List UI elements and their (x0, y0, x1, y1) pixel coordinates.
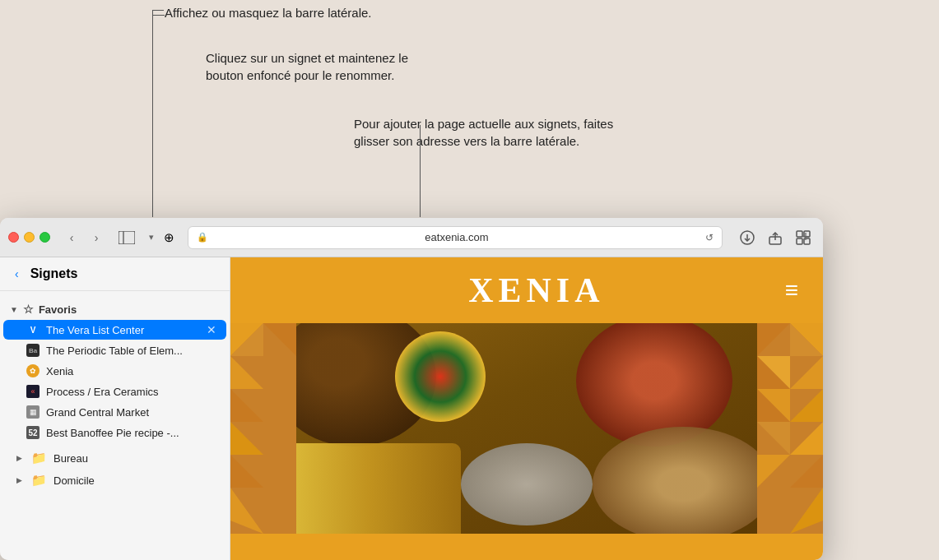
bookmark-item-vera-list[interactable]: V The Vera List Center ✕ (3, 320, 226, 340)
back-nav-button[interactable]: ‹ (60, 229, 83, 247)
center-dish (461, 443, 593, 525)
favicon-vera-list: V (26, 323, 40, 336)
close-button[interactable] (8, 232, 19, 243)
folder-name-domicile: Domicile (53, 474, 95, 487)
left-pattern-svg (230, 323, 296, 534)
bookmark-close-vera-list[interactable]: ✕ (207, 323, 216, 336)
share-icon (768, 230, 783, 245)
web-content: XENiA ≡ (230, 257, 823, 560)
annotation-line-vertical (152, 10, 153, 217)
bookmark-title-grand: Grand Central Market (46, 406, 216, 419)
left-pattern (230, 323, 296, 534)
folder-icon-domicile: 📁 (31, 473, 47, 488)
svg-marker-30 (757, 455, 790, 488)
favorites-star-icon: ☆ (23, 303, 34, 316)
annotation-1: Affichez ou masquez la barre latérale. (165, 4, 372, 21)
sidebar: ‹ Signets ▼ ☆ Favoris V The Vera List Ce… (0, 257, 230, 560)
folder-name-bureau: Bureau (53, 452, 88, 465)
svg-marker-15 (230, 422, 263, 455)
nav-buttons: ‹ › (60, 229, 108, 247)
xenia-logo: XENiA (468, 271, 604, 310)
bookmark-title-vera-list: The Vera List Center (46, 324, 200, 336)
sidebar-chevron-button[interactable]: ▾ (146, 230, 157, 244)
svg-marker-21 (790, 356, 823, 389)
folder-item-bureau[interactable]: ▶ 📁 Bureau (3, 447, 226, 469)
sidebar-title: Signets (30, 266, 78, 281)
svg-marker-17 (230, 488, 263, 534)
svg-marker-14 (230, 389, 263, 422)
folder-icon-bureau: 📁 (31, 451, 47, 465)
shield-icon: ⊕ (164, 230, 174, 245)
xenia-header: XENiA ≡ (230, 257, 823, 323)
svg-marker-24 (790, 389, 823, 422)
svg-marker-29 (790, 455, 823, 488)
minimize-button[interactable] (24, 232, 35, 243)
svg-marker-27 (790, 422, 823, 455)
annotation-line-v2 (420, 125, 421, 217)
favorites-group: ▼ ☆ Favoris V The Vera List Center ✕ Ba … (0, 296, 230, 447)
annotation-3: Pour ajouter la page actuelle aux signet… (354, 115, 613, 150)
bookmark-item-xenia[interactable]: ✿ Xenia (3, 361, 226, 381)
food-photo (296, 323, 757, 534)
sidebar-toggle-icon (119, 231, 135, 244)
favicon-periodic: Ba (26, 344, 40, 357)
download-icon (740, 230, 755, 245)
title-bar: ‹ › ▾ ⊕ 🔒 eatxenia.com ↺ (0, 218, 823, 257)
url-text: eatxenia.com (213, 231, 700, 243)
favorites-header: ▼ ☆ Favoris (0, 299, 230, 319)
svg-marker-13 (230, 356, 263, 389)
sidebar-header: ‹ Signets (0, 257, 230, 291)
share-button[interactable] (764, 226, 787, 249)
annotation-line-h2 (153, 15, 165, 16)
svg-marker-16 (230, 455, 263, 488)
folder-item-domicile[interactable]: ▶ 📁 Domicile (3, 470, 226, 491)
forward-nav-button[interactable]: › (85, 229, 108, 247)
browser-body: ‹ Signets ▼ ☆ Favoris V The Vera List Ce… (0, 257, 823, 560)
sidebar-back-button[interactable]: ‹ (10, 266, 24, 282)
bookmark-title-xenia: Xenia (46, 365, 216, 377)
favicon-grand: ▦ (26, 405, 40, 419)
traffic-lights (8, 232, 50, 243)
download-button[interactable] (736, 226, 759, 249)
xenia-hamburger-icon[interactable]: ≡ (785, 277, 798, 303)
favicon-process: « (26, 385, 40, 398)
sidebar-toggle-button[interactable] (114, 229, 139, 247)
right-pattern-svg (741, 323, 823, 534)
svg-marker-11 (263, 323, 296, 356)
maximize-button[interactable] (40, 232, 50, 243)
svg-marker-31 (790, 488, 823, 534)
add-tab-button[interactable]: + (797, 228, 815, 246)
svg-marker-19 (757, 323, 790, 356)
favorites-label: Favoris (39, 303, 77, 316)
svg-marker-28 (757, 422, 790, 455)
folder-triangle-domicile: ▶ (16, 476, 25, 484)
bookmark-item-banoffee[interactable]: 52 Best Banoffee Pie recipe -... (3, 423, 226, 442)
favicon-xenia: ✿ (26, 364, 40, 377)
bookmark-item-process[interactable]: « Process / Era Ceramics (3, 382, 226, 401)
fries (296, 443, 461, 534)
folder-triangle-bureau: ▶ (16, 454, 25, 462)
bookmark-title-periodic: The Periodic Table of Elem... (46, 345, 216, 357)
refresh-button[interactable]: ↺ (705, 232, 714, 243)
right-pattern (741, 323, 823, 534)
annotation-line-h1 (152, 10, 164, 11)
annotations-area: Affichez ou masquez la barre latérale. C… (0, 0, 939, 218)
sidebar-content: ▼ ☆ Favoris V The Vera List Center ✕ Ba … (0, 291, 230, 560)
favicon-banoffee: 52 (26, 426, 40, 439)
bookmark-title-banoffee: Best Banoffee Pie recipe -... (46, 427, 216, 439)
bookmark-title-process: Process / Era Ceramics (46, 386, 216, 398)
food-image-area (230, 323, 823, 534)
bookmark-item-periodic[interactable]: Ba The Periodic Table of Elem... (3, 340, 226, 360)
address-bar[interactable]: 🔒 eatxenia.com ↺ (188, 226, 723, 249)
browser-window: ‹ › ▾ ⊕ 🔒 eatxenia.com ↺ (0, 218, 823, 560)
svg-rect-0 (119, 231, 135, 244)
globe-item (395, 331, 486, 422)
annotation-2: Cliquez sur un signet et maintenez lebou… (206, 49, 408, 84)
bookmark-item-grand[interactable]: ▦ Grand Central Market (3, 402, 226, 422)
lock-icon: 🔒 (197, 232, 208, 243)
favorites-triangle-icon: ▼ (10, 305, 18, 314)
